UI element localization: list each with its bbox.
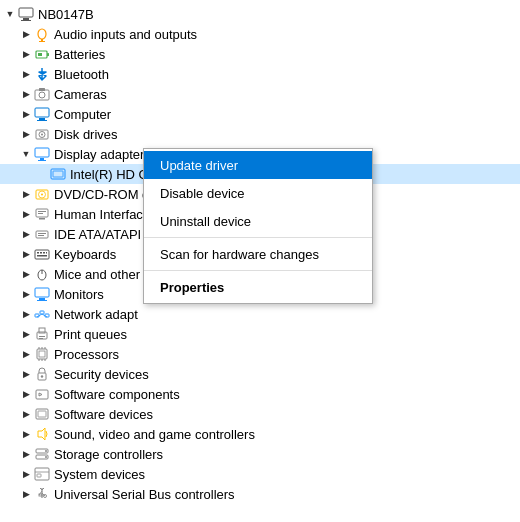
icon-cameras bbox=[34, 86, 50, 102]
svg-point-25 bbox=[41, 194, 43, 196]
svg-marker-69 bbox=[38, 428, 45, 440]
tree-item-softcomp[interactable]: Software components bbox=[0, 384, 520, 404]
svg-rect-2 bbox=[21, 20, 31, 21]
svg-rect-38 bbox=[37, 255, 47, 257]
svg-point-62 bbox=[41, 375, 43, 377]
tree-item-batteries[interactable]: Batteries bbox=[0, 44, 520, 64]
icon-mouse bbox=[34, 266, 50, 282]
icon-softdev bbox=[34, 406, 50, 422]
expand-arrow-dvd bbox=[18, 186, 34, 202]
svg-rect-8 bbox=[38, 53, 42, 56]
tree-item-cameras[interactable]: Cameras bbox=[0, 84, 520, 104]
icon-batteries bbox=[34, 46, 50, 62]
tree-item-storage[interactable]: Storage controllers bbox=[0, 444, 520, 464]
expand-arrow-keyboard bbox=[18, 246, 34, 262]
svg-rect-30 bbox=[36, 231, 48, 238]
context-menu-update-driver[interactable]: Update driver bbox=[144, 151, 372, 179]
svg-rect-11 bbox=[39, 88, 45, 91]
context-menu-uninstall-device[interactable]: Uninstall device bbox=[144, 207, 372, 235]
svg-point-3 bbox=[38, 29, 46, 39]
expand-arrow-disk bbox=[18, 126, 34, 142]
expand-arrow-bluetooth bbox=[18, 66, 34, 82]
expand-arrow-sound bbox=[18, 426, 34, 442]
context-menu-disable-device[interactable]: Disable device bbox=[144, 179, 372, 207]
icon-sysdev bbox=[34, 466, 50, 482]
icon-sound2 bbox=[34, 426, 50, 442]
tree-item-print[interactable]: Print queues bbox=[0, 324, 520, 344]
svg-rect-31 bbox=[38, 233, 46, 234]
icon-network bbox=[34, 306, 50, 322]
expand-arrow-batteries bbox=[18, 46, 34, 62]
icon-storage bbox=[34, 446, 50, 462]
svg-rect-14 bbox=[37, 120, 47, 121]
tree-item-label-sound: Sound, video and game controllers bbox=[54, 427, 520, 442]
icon-bluetooth bbox=[34, 66, 50, 82]
expand-arrow-computer bbox=[18, 106, 34, 122]
tree-item-security[interactable]: Security devices bbox=[0, 364, 520, 384]
svg-rect-29 bbox=[38, 213, 43, 214]
context-menu-uninstall-device-label: Uninstall device bbox=[160, 214, 251, 229]
expand-arrow-human bbox=[18, 206, 34, 222]
svg-rect-20 bbox=[38, 160, 46, 161]
tree-item-sound[interactable]: Sound, video and game controllers bbox=[0, 424, 520, 444]
tree-item-bluetooth[interactable]: Bluetooth bbox=[0, 64, 520, 84]
tree-item-softdev[interactable]: Software devices bbox=[0, 404, 520, 424]
icon-disk bbox=[34, 126, 50, 142]
expand-arrow-storage bbox=[18, 446, 34, 462]
svg-rect-5 bbox=[39, 41, 45, 42]
tree-item-label-nb0147b: NB0147B bbox=[38, 7, 520, 22]
tree-item-nb0147b[interactable]: NB0147B bbox=[0, 4, 520, 24]
tree-item-label-proc: Processors bbox=[54, 347, 520, 362]
tree-item-disk[interactable]: Disk drives bbox=[0, 124, 520, 144]
tree-item-label-network: Network adapt bbox=[54, 307, 520, 322]
tree-item-label-print: Print queues bbox=[54, 327, 520, 342]
svg-rect-36 bbox=[43, 252, 45, 254]
expand-arrow-ide bbox=[18, 226, 34, 242]
svg-rect-18 bbox=[35, 148, 49, 157]
expand-arrow-display bbox=[18, 146, 34, 162]
tree-item-usb[interactable]: Universal Serial Bus controllers bbox=[0, 484, 520, 504]
icon-human bbox=[34, 206, 50, 222]
icon-proc bbox=[34, 346, 50, 362]
expand-arrow-print bbox=[18, 326, 34, 342]
svg-rect-13 bbox=[39, 118, 45, 120]
tree-item-proc[interactable]: Processors bbox=[0, 344, 520, 364]
svg-rect-54 bbox=[39, 351, 45, 357]
svg-rect-27 bbox=[39, 218, 45, 220]
svg-rect-12 bbox=[35, 108, 49, 117]
tree-item-network[interactable]: Network adapt bbox=[0, 304, 520, 324]
context-menu-properties[interactable]: Properties bbox=[144, 273, 372, 301]
expand-arrow-network bbox=[18, 306, 34, 322]
tree-item-computer[interactable]: Computer bbox=[0, 104, 520, 124]
svg-rect-52 bbox=[39, 338, 43, 339]
svg-rect-0 bbox=[19, 8, 33, 17]
context-menu: Update driver Disable device Uninstall d… bbox=[143, 148, 373, 304]
context-menu-properties-label: Properties bbox=[160, 280, 224, 295]
svg-rect-19 bbox=[40, 158, 44, 160]
svg-rect-34 bbox=[37, 252, 39, 254]
svg-rect-28 bbox=[38, 211, 46, 212]
tree-item-label-disk: Disk drives bbox=[54, 127, 520, 142]
context-menu-scan-hardware[interactable]: Scan for hardware changes bbox=[144, 240, 372, 268]
svg-rect-32 bbox=[38, 235, 44, 236]
expand-arrow-mice bbox=[18, 266, 34, 282]
svg-rect-42 bbox=[39, 298, 45, 300]
svg-rect-33 bbox=[35, 250, 49, 259]
icon-monitors bbox=[34, 286, 50, 302]
tree-item-sysdev[interactable]: System devices bbox=[0, 464, 520, 484]
svg-rect-35 bbox=[40, 252, 42, 254]
context-menu-update-driver-label: Update driver bbox=[160, 158, 238, 173]
icon-ide bbox=[34, 226, 50, 242]
tree-item-audio[interactable]: Audio inputs and outputs bbox=[0, 24, 520, 44]
svg-rect-1 bbox=[23, 18, 29, 20]
svg-rect-7 bbox=[47, 53, 49, 56]
expand-arrow-security bbox=[18, 366, 34, 382]
svg-rect-68 bbox=[38, 411, 46, 417]
icon-computer-node bbox=[34, 106, 50, 122]
icon-keyboard bbox=[34, 246, 50, 262]
svg-rect-45 bbox=[40, 311, 44, 314]
context-menu-separator-1 bbox=[144, 237, 372, 238]
tree-item-label-batteries: Batteries bbox=[54, 47, 520, 62]
expand-arrow-proc bbox=[18, 346, 34, 362]
tree-item-label-bluetooth: Bluetooth bbox=[54, 67, 520, 82]
